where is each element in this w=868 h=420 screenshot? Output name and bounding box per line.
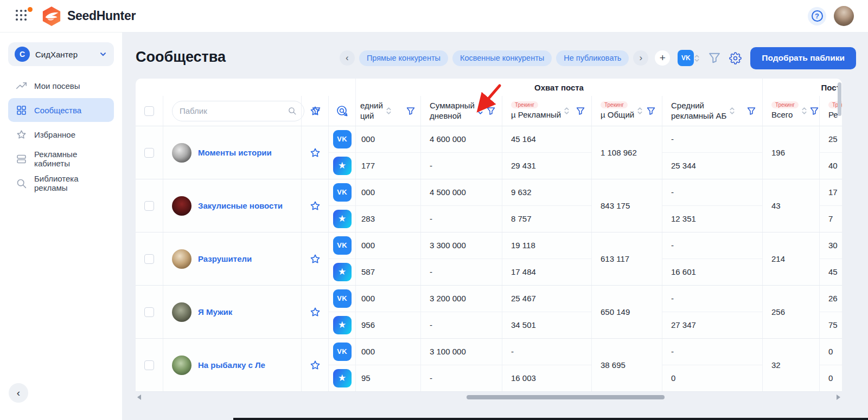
cell-posts-total: 43 <box>762 179 819 232</box>
favorite-star-button[interactable] <box>309 359 321 371</box>
favorite-star-button[interactable] <box>309 253 321 265</box>
cell-daily-vk: 3 300 000 <box>421 232 502 259</box>
community-link[interactable]: Разрушители <box>198 254 252 263</box>
sort-chevrons-icon <box>694 54 700 63</box>
filter-funnel-icon[interactable] <box>406 107 415 115</box>
sidebar-item-label: Библиотека рекламы <box>34 174 114 192</box>
cell-mu-ad-vk: 45 164 <box>502 126 591 153</box>
row-checkbox[interactable] <box>144 360 154 370</box>
cell-avg-ab-star: 12 351 <box>662 206 762 232</box>
cell-partial-star: 283 <box>356 206 420 232</box>
add-tag-button[interactable]: + <box>655 50 670 66</box>
cell-daily-star: - <box>421 365 502 392</box>
column-header-mu-ad: Трекинг µ Рекламный <box>511 101 561 120</box>
tag-chip[interactable]: Прямые конкуренты <box>359 50 448 66</box>
cell-avg-ab-vk: - <box>662 179 762 206</box>
cell-posts-total: 214 <box>762 232 819 285</box>
find-publics-button[interactable]: Подобрать паблики <box>750 47 856 69</box>
sidebar-collapse-button[interactable]: ‹ <box>9 383 28 403</box>
settings-gear-icon[interactable] <box>729 52 742 64</box>
select-all-checkbox[interactable] <box>144 106 154 116</box>
app-launcher-button[interactable] <box>15 9 29 23</box>
row-checkbox[interactable] <box>144 307 154 317</box>
cell-posts-ads-star: 0 <box>820 365 842 392</box>
sidebar-item-label: Избранное <box>34 130 75 139</box>
sidebar-item[interactable]: Мои посевы <box>8 74 114 98</box>
sort-chevrons-icon[interactable] <box>637 106 643 115</box>
vk-platform-icon: VK <box>333 236 352 255</box>
column-header-posts-total: Трекинг Всего <box>771 101 799 120</box>
horizontal-scrollbar[interactable] <box>136 393 842 401</box>
cell-posts-total: 32 <box>762 339 819 391</box>
cell-mu-ad-star: 17 484 <box>502 259 591 286</box>
star-platform-icon: ★ <box>333 157 352 175</box>
public-search[interactable] <box>172 101 304 121</box>
vertical-scrollbar-thumb[interactable] <box>838 82 841 116</box>
cell-posts-ads-vk: 26 <box>820 286 842 312</box>
cell-daily-star: - <box>421 153 502 179</box>
scroll-right-arrow-icon[interactable] <box>837 395 840 400</box>
chips-scroll-left-button[interactable]: ‹ <box>340 50 355 66</box>
tag-chip[interactable]: Косвенные конкуренты <box>452 50 552 66</box>
favorite-star-button[interactable] <box>309 306 321 318</box>
favorite-star-button[interactable] <box>309 147 321 159</box>
sidebar-nav: Мои посевы Сообщества Избранное Рекламны… <box>0 74 122 195</box>
communities-table: Охват поста Пост <box>136 79 842 392</box>
community-row: Я Мужик VK ★ 000 956 3 200 000 - 25 467 … <box>136 286 842 339</box>
community-link[interactable]: На рыбалку с Ле <box>198 360 265 370</box>
sidebar: С СидХантер Мои посевы Сообщества Избран… <box>0 33 122 420</box>
tracking-target-icon <box>336 105 349 118</box>
cell-posts-ads-vk: 17 <box>820 179 842 206</box>
cell-avg-ab-star: 25 344 <box>662 153 762 179</box>
favorite-star-button[interactable] <box>309 200 321 212</box>
cell-partial-vk: 000 <box>356 339 420 365</box>
cell-daily-star: - <box>421 259 502 286</box>
cell-avg-ab-vk: - <box>662 232 762 259</box>
tag-chip[interactable]: Не публиковать <box>556 50 629 66</box>
vk-platform-icon: VK <box>333 130 352 148</box>
column-header-mu-total: Трекинг µ Общий <box>601 101 634 120</box>
sort-chevrons-icon[interactable] <box>729 106 735 115</box>
user-avatar[interactable] <box>834 6 854 26</box>
filter-funnel-icon[interactable] <box>487 107 495 115</box>
sidebar-item[interactable]: Рекламные кабинеты <box>8 147 114 171</box>
scroll-left-arrow-icon[interactable] <box>137 395 141 400</box>
sidebar-item[interactable]: Сообщества <box>8 98 114 122</box>
public-search-input[interactable] <box>180 106 288 115</box>
sidebar-item[interactable]: Избранное <box>8 122 114 146</box>
workspace-selector[interactable]: С СидХантер <box>8 42 114 66</box>
filter-funnel-icon[interactable] <box>709 52 720 64</box>
favorites-column-star-icon <box>309 105 321 117</box>
sort-chevrons-icon[interactable] <box>564 106 570 115</box>
sort-chevrons-icon[interactable] <box>801 106 807 115</box>
cell-posts-total: 256 <box>762 286 819 338</box>
cell-posts-ads-star: 45 <box>820 259 842 286</box>
filter-funnel-icon[interactable] <box>576 107 585 115</box>
tracking-badge: Трекинг <box>601 101 628 108</box>
cell-daily-vk: 4 500 000 <box>421 179 502 206</box>
row-checkbox[interactable] <box>144 254 154 264</box>
cell-partial-star: 587 <box>356 259 420 286</box>
sidebar-item[interactable]: Библиотека рекламы <box>8 171 114 195</box>
filter-funnel-icon[interactable] <box>647 107 655 115</box>
row-checkbox[interactable] <box>144 148 154 158</box>
row-checkbox[interactable] <box>144 201 154 211</box>
help-button[interactable]: ? <box>808 7 826 25</box>
community-link[interactable]: Моменты истории <box>198 148 272 157</box>
chips-scroll-right-button[interactable]: › <box>633 50 648 66</box>
horizontal-scrollbar-thumb[interactable] <box>467 395 665 399</box>
cell-posts-total: 196 <box>762 126 819 179</box>
cabinets-icon <box>16 153 27 165</box>
group-header-post-reach: Охват поста <box>355 79 762 96</box>
filter-funnel-icon[interactable] <box>747 107 756 115</box>
vk-platform-sort[interactable]: VK <box>678 50 700 66</box>
cell-mu-ad-vk: 19 118 <box>502 232 591 259</box>
cell-avg-ab-vk: - <box>662 286 762 312</box>
filter-funnel-icon[interactable] <box>810 107 819 115</box>
community-link[interactable]: Закулисные новости <box>198 201 283 210</box>
community-avatar <box>172 302 192 322</box>
workspace-name: СидХантер <box>35 50 78 59</box>
sort-chevrons-icon[interactable] <box>477 106 483 115</box>
sort-chevrons-icon[interactable] <box>386 106 392 115</box>
community-link[interactable]: Я Мужик <box>198 307 232 316</box>
